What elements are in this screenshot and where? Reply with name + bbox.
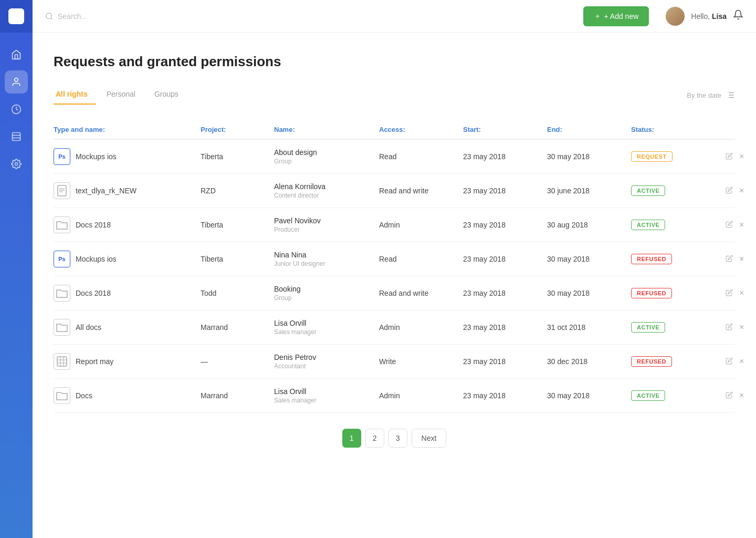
cell-start: 23 may 2018: [463, 289, 547, 297]
sidebar-item-clock[interactable]: [5, 98, 28, 121]
file-name: Docs 2018: [76, 289, 111, 297]
tab-all-rights[interactable]: All rights: [54, 86, 96, 105]
status-badge: ACTIVE: [631, 390, 665, 401]
cell-type-name: Docs 2018: [54, 285, 201, 302]
cell-person: Lisa Orvill Sales manager: [274, 387, 379, 404]
cell-end: 30 may 2018: [547, 289, 631, 297]
page-btn-1[interactable]: 1: [342, 429, 361, 448]
cell-end: 30 may 2018: [547, 152, 631, 161]
table-row: Docs 2018 Todd Booking Group Read and wr…: [54, 276, 735, 311]
person-name: Lisa Orvill: [274, 319, 379, 327]
cell-end: 30 aug 2018: [547, 221, 631, 229]
sidebar: [0, 0, 33, 538]
file-icon: [54, 216, 70, 233]
cell-access: Read and write: [379, 187, 463, 195]
svg-rect-18: [57, 357, 67, 366]
cell-project: Tiberta: [201, 221, 274, 229]
cell-access: Read: [379, 255, 463, 263]
table-row: Docs Marrand Lisa Orvill Sales manager A…: [54, 379, 735, 413]
sidebar-item-home[interactable]: [5, 43, 28, 66]
add-new-icon: ＋: [594, 12, 601, 21]
delete-button[interactable]: ×: [739, 186, 744, 195]
cell-project: RZD: [201, 187, 274, 195]
search-input[interactable]: [58, 12, 163, 20]
sort-icon[interactable]: [726, 90, 735, 100]
delete-button[interactable]: ×: [739, 391, 744, 400]
sidebar-logo: [0, 0, 33, 33]
tab-personal[interactable]: Personal: [104, 86, 144, 105]
cell-start: 23 may 2018: [463, 152, 547, 161]
cell-type-name: Docs: [54, 387, 201, 404]
status-badge: REQUEST: [631, 151, 673, 162]
cell-end: 30 dec 2018: [547, 357, 631, 366]
svg-point-6: [46, 13, 52, 19]
cell-end: 30 june 2018: [547, 187, 631, 195]
action-buttons: ×: [726, 323, 756, 332]
next-button[interactable]: Next: [412, 429, 447, 448]
sidebar-item-documents[interactable]: [5, 125, 28, 148]
cell-access: Read and write: [379, 289, 463, 297]
page-btn-3[interactable]: 3: [388, 429, 407, 448]
cell-status: REFUSED: [631, 356, 726, 367]
delete-button[interactable]: ×: [739, 323, 744, 332]
cell-person: Alena Kornilova Content director: [274, 182, 379, 199]
edit-button[interactable]: [726, 221, 733, 230]
action-buttons: ×: [726, 152, 756, 161]
cell-person: Pavel Novikov Producer: [274, 216, 379, 233]
cell-type-name: Ps Mockups ios: [54, 251, 201, 267]
file-name: text_dlya_rk_NEW: [76, 187, 136, 195]
cell-end: 30 may 2018: [547, 255, 631, 263]
page-btn-2[interactable]: 2: [365, 429, 384, 448]
delete-button[interactable]: ×: [739, 288, 744, 298]
edit-button[interactable]: [726, 357, 733, 366]
file-name: Report may: [76, 357, 113, 366]
greeting: Hello, Lisa: [691, 12, 727, 20]
edit-button[interactable]: [726, 391, 733, 400]
file-name: Mockups ios: [76, 152, 117, 161]
file-icon: [54, 353, 70, 370]
avatar-image: [666, 7, 685, 26]
table-header: Type and name: Project: Name: Access: St…: [54, 120, 735, 140]
person-name: Nina Nina: [274, 251, 379, 259]
cell-type-name: Ps Mockups ios: [54, 148, 201, 165]
delete-button[interactable]: ×: [739, 254, 744, 264]
sidebar-item-users[interactable]: [5, 70, 28, 94]
file-icon: [54, 319, 70, 336]
person-name: Booking: [274, 285, 379, 293]
delete-button[interactable]: ×: [739, 220, 744, 230]
file-name: Mockups ios: [76, 255, 117, 263]
sort-label: By the date: [687, 91, 721, 99]
logo-mark: [8, 8, 24, 24]
table-row: Ps Mockups ios Tiberta About design Grou…: [54, 140, 735, 174]
person-role: Content director: [274, 192, 379, 199]
cell-start: 23 may 2018: [463, 323, 547, 332]
delete-button[interactable]: ×: [739, 152, 744, 161]
th-name: Name:: [274, 126, 379, 133]
status-badge: REFUSED: [631, 254, 672, 264]
person-role: Accountant: [274, 363, 379, 370]
table-body: Ps Mockups ios Tiberta About design Grou…: [54, 140, 735, 413]
sidebar-item-settings[interactable]: [5, 152, 28, 175]
notification-bell-icon[interactable]: [733, 9, 743, 23]
tab-groups[interactable]: Groups: [152, 86, 187, 105]
table-row: Ps Mockups ios Tiberta Nina Nina Junior …: [54, 242, 735, 276]
cell-person: Nina Nina Junior UI designer: [274, 251, 379, 267]
add-new-button[interactable]: ＋ + Add new: [583, 6, 649, 26]
edit-button[interactable]: [726, 323, 733, 332]
edit-button[interactable]: [726, 289, 733, 298]
file-icon: Ps: [54, 251, 70, 267]
cell-status: ACTIVE: [631, 390, 726, 401]
edit-button[interactable]: [726, 255, 733, 264]
cell-project: —: [201, 357, 274, 366]
cell-access: Read: [379, 152, 463, 161]
person-name: Pavel Novikov: [274, 216, 379, 225]
svg-point-0: [15, 78, 18, 82]
header-right: Hello, Lisa: [666, 7, 743, 26]
edit-button[interactable]: [726, 187, 733, 195]
cell-access: Admin: [379, 221, 463, 229]
edit-button[interactable]: [726, 152, 733, 161]
file-icon: [54, 387, 70, 404]
cell-access: Write: [379, 357, 463, 366]
file-icon: [54, 182, 70, 199]
delete-button[interactable]: ×: [739, 357, 744, 366]
